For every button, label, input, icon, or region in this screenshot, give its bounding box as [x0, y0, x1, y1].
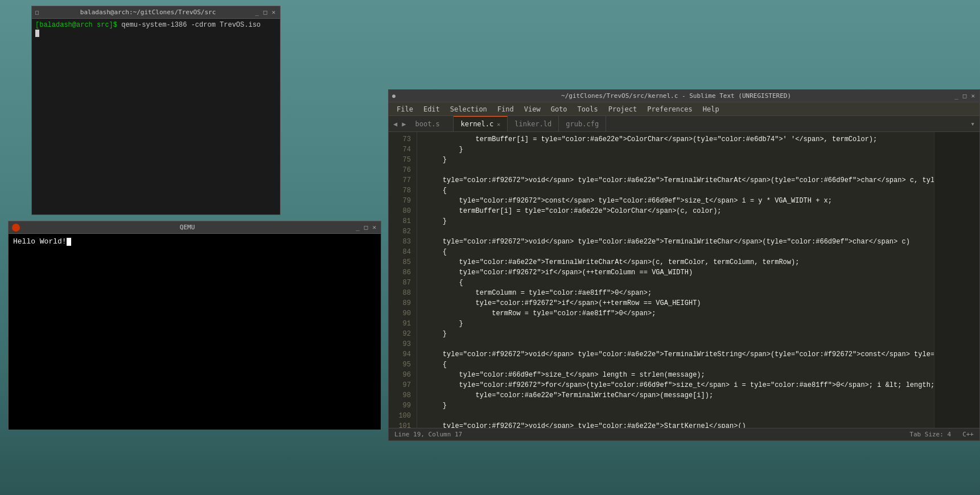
tab-kernel-c-label: kernel.c [460, 120, 493, 128]
sublime-title: ~/gitClones/TrevOS/src/kernel.c - Sublim… [402, 92, 950, 100]
tab-prev-button[interactable]: ◀ [391, 116, 400, 131]
tab-next-button[interactable]: ▶ [400, 116, 408, 131]
terminal-icon: □ [35, 9, 42, 16]
status-right: Tab Size: 4 C++ [909, 431, 974, 438]
terminal-title: baladash@arch:~/gitClones/TrevOS/src [46, 9, 250, 16]
terminal-content: [baladash@arch src]$ qemu-system-i386 -c… [32, 19, 280, 39]
tab-linker-ld[interactable]: linker.ld [508, 116, 559, 131]
menu-file[interactable]: File [392, 104, 418, 114]
qemu-cursor [67, 238, 71, 246]
terminal-prompt: [baladash@arch src]$ [35, 21, 117, 29]
sublime-titlebar: ● ~/gitClones/TrevOS/src/kernel.c - Subl… [389, 90, 979, 102]
status-tab-size: Tab Size: 4 [909, 431, 951, 438]
terminal-window: □ baladash@arch:~/gitClones/TrevOS/src _… [31, 6, 281, 215]
qemu-maximize-button[interactable]: □ [363, 224, 369, 231]
tab-kernel-c-close[interactable]: ✕ [497, 121, 500, 127]
status-bar: Line 19, Column 17 Tab Size: 4 C++ [389, 428, 979, 440]
tab-grub-cfg[interactable]: grub.cfg [559, 116, 606, 131]
status-position: Line 19, Column 17 [394, 431, 462, 438]
code-area[interactable]: termBuffer[i] = tyle="color:#a6e22e">Col… [417, 132, 934, 428]
qemu-controls[interactable]: _ □ ✕ [355, 224, 377, 231]
qemu-window: QEMU _ □ ✕ Hello World! [8, 221, 381, 430]
terminal-prompt-line: [baladash@arch src]$ qemu-system-i386 -c… [35, 21, 277, 29]
sublime-icon: ● [392, 93, 399, 100]
menu-help[interactable]: Help [698, 104, 724, 114]
sublime-maximize-button[interactable]: □ [962, 92, 968, 100]
sublime-controls[interactable]: _ □ ✕ [953, 92, 976, 100]
terminal-close-button[interactable]: ✕ [270, 9, 277, 16]
menu-project[interactable]: Project [604, 104, 642, 114]
menu-find[interactable]: Find [493, 104, 518, 114]
line-numbers: 7374757677787980818283848586878889909192… [389, 132, 417, 428]
terminal-cursor [35, 30, 39, 37]
sublime-minimize-button[interactable]: _ [953, 92, 960, 100]
terminal-cursor-line [35, 29, 277, 37]
sublime-menubar: File Edit Selection Find View Goto Tools… [389, 102, 979, 116]
menu-edit[interactable]: Edit [419, 104, 444, 114]
tab-boot-s-label: boot.s [415, 120, 439, 128]
qemu-minimize-button[interactable]: _ [355, 224, 361, 231]
tab-grub-cfg-label: grub.cfg [566, 120, 599, 128]
status-language: C++ [962, 431, 974, 438]
sublime-window: ● ~/gitClones/TrevOS/src/kernel.c - Subl… [388, 89, 980, 441]
tab-boot-s[interactable]: boot.s [408, 116, 454, 131]
tab-kernel-c[interactable]: kernel.c ✕ [454, 116, 508, 131]
sublime-close-button[interactable]: ✕ [970, 92, 976, 100]
terminal-controls[interactable]: _ □ ✕ [254, 9, 277, 16]
tab-bar: ◀ ▶ boot.s kernel.c ✕ linker.ld grub.cfg… [389, 116, 979, 132]
qemu-close-button[interactable]: ✕ [371, 224, 377, 231]
menu-tools[interactable]: Tools [573, 104, 603, 114]
terminal-maximize-button[interactable]: □ [262, 9, 269, 16]
editor-area: 7374757677787980818283848586878889909192… [389, 132, 979, 428]
tab-dropdown-button[interactable]: ▾ [966, 116, 979, 131]
qemu-titlebar: QEMU _ □ ✕ [9, 221, 381, 234]
terminal-command: qemu-system-i386 -cdrom TrevOS.iso [117, 21, 261, 29]
menu-view[interactable]: View [520, 104, 545, 114]
qemu-title: QEMU [23, 224, 351, 231]
menu-goto[interactable]: Goto [546, 104, 572, 114]
terminal-titlebar: □ baladash@arch:~/gitClones/TrevOS/src _… [32, 6, 280, 19]
menu-selection[interactable]: Selection [446, 104, 492, 114]
qemu-content: Hello World! [9, 234, 381, 249]
qemu-output: Hello World! [13, 237, 67, 246]
terminal-minimize-button[interactable]: _ [254, 9, 260, 16]
minimap [934, 132, 979, 428]
qemu-icon [12, 224, 20, 232]
tab-linker-ld-label: linker.ld [514, 120, 551, 128]
menu-preferences[interactable]: Preferences [643, 104, 697, 114]
